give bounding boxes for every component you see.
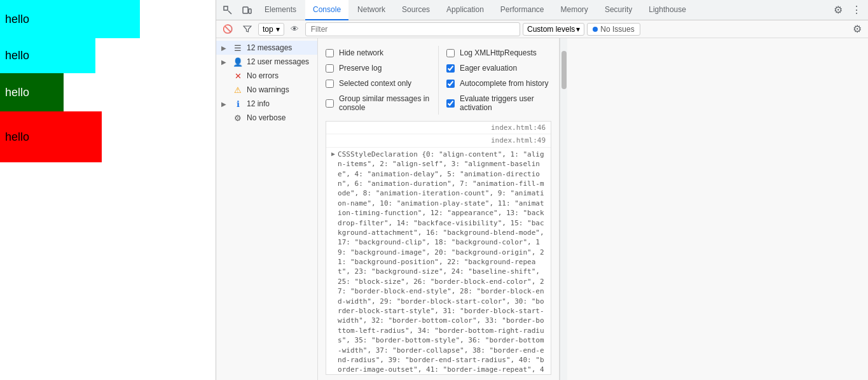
- custom-levels-button[interactable]: Custom levels ▾: [523, 23, 584, 36]
- sidebar-item-warnings[interactable]: ⚠ No warnings: [216, 83, 317, 97]
- eval-triggers-checkbox[interactable]: [446, 99, 455, 108]
- scrollbar-area[interactable]: [560, 38, 567, 380]
- tab-security[interactable]: Security: [597, 0, 640, 20]
- device-toggle-button[interactable]: [238, 3, 256, 18]
- console-toolbar: 🚫 top ▾ 👁 Custom levels ▾ No Issues ⚙: [216, 20, 868, 38]
- autocomplete-label: Autocomplete from history: [460, 79, 548, 88]
- group-similar-label: Group similar messages in console: [339, 94, 431, 112]
- tab-application[interactable]: Application: [439, 0, 492, 20]
- no-issues-badge: No Issues: [587, 23, 640, 36]
- message-filter-sidebar: ▶ ☰ 12 messages ▶ 👤 12 user messages ✕ N…: [216, 38, 318, 380]
- main-content: ▶ ☰ 12 messages ▶ 👤 12 user messages ✕ N…: [216, 38, 868, 380]
- verbose-icon: ⚙: [233, 113, 243, 123]
- preview-hello-2: hello: [0, 38, 95, 73]
- settings-row-eager-eval: Eager evaluation: [446, 61, 551, 75]
- tab-memory[interactable]: Memory: [553, 0, 596, 20]
- svg-rect-2: [243, 7, 248, 13]
- sidebar-warnings-label: No warnings: [247, 85, 289, 94]
- tab-performance[interactable]: Performance: [493, 0, 552, 20]
- sidebar-item-verbose[interactable]: ⚙ No verbose: [216, 111, 317, 125]
- sidebar-item-user-messages[interactable]: ▶ 👤 12 user messages: [216, 55, 317, 69]
- user-icon: 👤: [233, 57, 243, 67]
- hide-network-label: Hide network: [339, 48, 383, 57]
- hide-network-checkbox[interactable]: [326, 49, 334, 57]
- sidebar-item-all-messages[interactable]: ▶ ☰ 12 messages: [216, 41, 317, 55]
- settings-row-eval-triggers: Evaluate triggers user activation: [446, 92, 551, 115]
- console-line: index.html:46: [326, 122, 551, 134]
- selected-context-label: Selected context only: [339, 79, 411, 88]
- filter-input[interactable]: [305, 22, 520, 36]
- no-issues-dot: [593, 27, 598, 32]
- custom-levels-arrow: ▾: [576, 25, 580, 34]
- svg-rect-3: [249, 9, 251, 13]
- group-similar-checkbox[interactable]: [326, 99, 334, 108]
- console-line-cssdecl: ▶ CSSStyleDeclaration {0: "align-content…: [326, 148, 551, 375]
- more-options-button[interactable]: ⋮: [848, 1, 865, 18]
- list-icon: ☰: [233, 43, 243, 53]
- cssdecl-text: CSSStyleDeclaration {0: "align-content",…: [338, 150, 546, 375]
- info-icon: ℹ: [233, 99, 243, 109]
- context-dropdown-arrow: ▾: [276, 25, 280, 34]
- console-settings-panel: Hide network Preserve log Selected conte…: [318, 38, 560, 380]
- settings-row-autocomplete: Autocomplete from history: [446, 76, 551, 90]
- expand-info-arrow[interactable]: ▶: [221, 101, 229, 108]
- preserve-log-label: Preserve log: [339, 64, 382, 73]
- settings-row-log-xhr: Log XMLHttpRequests: [446, 46, 551, 60]
- clear-console-button[interactable]: 🚫: [219, 23, 237, 35]
- console-link-46[interactable]: index.html:46: [491, 123, 546, 132]
- inspect-element-button[interactable]: [219, 3, 237, 18]
- eager-eval-checkbox[interactable]: [446, 64, 455, 73]
- preview-hello-4: hello: [0, 111, 102, 162]
- console-output: index.html:46 index.html:49 ▶ CSSStyleDe…: [326, 121, 551, 375]
- expand-user-arrow[interactable]: ▶: [221, 59, 229, 66]
- settings-col-right: Log XMLHttpRequests Eager evaluation Aut…: [446, 46, 551, 115]
- svg-line-1: [228, 11, 231, 14]
- settings-button[interactable]: ⚙: [830, 1, 846, 18]
- sidebar-errors-label: No errors: [247, 71, 279, 80]
- preview-hello-1: hello: [0, 0, 140, 38]
- sidebar-user-messages-label: 12 user messages: [247, 57, 309, 66]
- sidebar-messages-label: 12 messages: [247, 43, 292, 52]
- expand-all-arrow[interactable]: ▶: [221, 45, 229, 52]
- console-settings-button[interactable]: ⚙: [849, 22, 865, 36]
- preserve-log-checkbox[interactable]: [326, 64, 334, 73]
- settings-row-hide-network: Hide network: [326, 46, 431, 60]
- sidebar-verbose-label: No verbose: [247, 113, 286, 122]
- settings-columns: Hide network Preserve log Selected conte…: [326, 43, 551, 117]
- tab-console[interactable]: Console: [305, 0, 348, 20]
- sidebar-item-info[interactable]: ▶ ℹ 12 info: [216, 97, 317, 111]
- warning-icon: ⚠: [233, 85, 243, 95]
- preview-hello-3: hello: [0, 73, 64, 111]
- log-xhr-checkbox[interactable]: [446, 49, 455, 57]
- settings-row-group-similar: Group similar messages in console: [326, 92, 431, 115]
- log-xhr-label: Log XMLHttpRequests: [460, 48, 537, 57]
- filter-toggle-button[interactable]: [239, 24, 256, 35]
- tab-elements[interactable]: Elements: [257, 0, 304, 20]
- eye-button[interactable]: 👁: [287, 23, 303, 35]
- console-line: index.html:49: [326, 134, 551, 147]
- settings-col-left: Hide network Preserve log Selected conte…: [326, 46, 431, 115]
- console-link-49[interactable]: index.html:49: [491, 136, 546, 145]
- settings-row-preserve-log: Preserve log: [326, 61, 431, 75]
- eager-eval-label: Eager evaluation: [460, 64, 517, 73]
- tabs-bar: Elements Console Network Sources Applica…: [216, 0, 868, 20]
- tab-network[interactable]: Network: [350, 0, 393, 20]
- context-selector[interactable]: top ▾: [258, 23, 284, 36]
- scrollbar-thumb[interactable]: [561, 51, 567, 89]
- sidebar-item-errors[interactable]: ✕ No errors: [216, 69, 317, 83]
- devtools-panel: Elements Console Network Sources Applica…: [216, 0, 868, 380]
- selected-context-checkbox[interactable]: [326, 80, 334, 88]
- autocomplete-checkbox[interactable]: [446, 80, 455, 88]
- sidebar-info-label: 12 info: [247, 99, 270, 108]
- expand-cssdecl-arrow[interactable]: ▶: [331, 150, 335, 158]
- error-icon: ✕: [233, 71, 243, 81]
- svg-rect-0: [224, 6, 228, 10]
- eval-triggers-label: Evaluate triggers user activation: [460, 94, 551, 112]
- settings-row-selected-context: Selected context only: [326, 76, 431, 90]
- preview-pane: hello hello hello hello: [0, 0, 216, 380]
- tab-sources[interactable]: Sources: [394, 0, 437, 20]
- tab-lighthouse[interactable]: Lighthouse: [641, 0, 694, 20]
